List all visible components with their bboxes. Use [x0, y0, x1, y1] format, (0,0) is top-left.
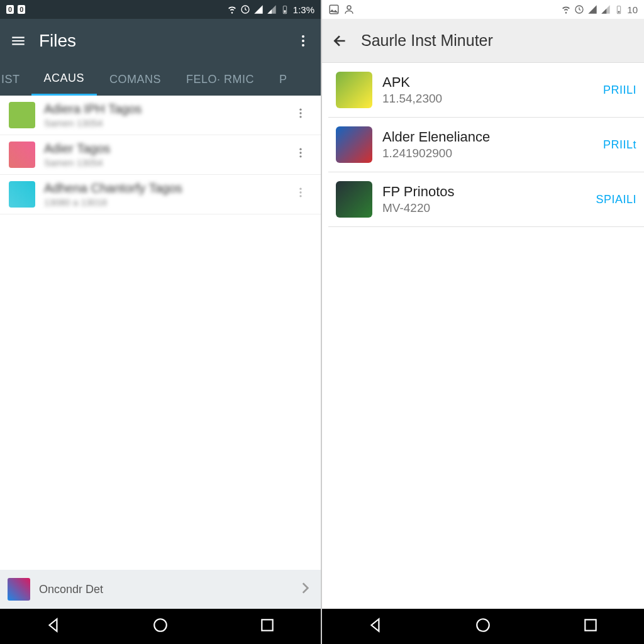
battery-text: 10 — [627, 4, 638, 15]
svg-point-22 — [477, 619, 489, 631]
app-title: Saurle Inst Minuter — [361, 31, 493, 50]
svg-point-5 — [302, 44, 304, 47]
battery-text: 1:3% — [293, 4, 314, 15]
status-badge: 0 — [6, 5, 14, 14]
row-overflow-icon[interactable] — [289, 147, 312, 163]
install-row[interactable]: FP Prinotos MV-4220 SPIAILI — [328, 172, 644, 227]
app-icon — [336, 181, 372, 218]
clock-icon — [574, 4, 584, 14]
left-phone: 0 0 1:3% Files IST ACAUS COMANS FELO· RM… — [0, 0, 322, 644]
install-action-button[interactable]: SPIAILI — [596, 193, 636, 206]
nav-recent-icon[interactable] — [582, 617, 599, 636]
svg-point-15 — [154, 619, 167, 631]
svg-point-13 — [299, 191, 301, 193]
signal-icon — [587, 4, 597, 14]
svg-point-8 — [299, 116, 301, 118]
file-title: Adhena Chantorfy Tagos — [44, 181, 289, 196]
svg-point-6 — [299, 109, 301, 111]
install-title: Alder Eleneliance — [382, 129, 603, 145]
file-thumb-icon — [9, 181, 35, 208]
wifi-icon — [561, 4, 571, 14]
right-phone: 10 Saurle Inst Minuter APK 11.54,2300 PR… — [322, 0, 644, 644]
nav-back-icon[interactable] — [45, 617, 62, 636]
install-row[interactable]: Alder Eleneliance 1.241902900 PRIILt — [328, 118, 644, 172]
files-list: Adiera IPH Tagos Samen 13054 Adier Tagos… — [0, 96, 321, 570]
nav-home-icon[interactable] — [475, 617, 491, 636]
cell-icon — [267, 4, 277, 14]
tab-p[interactable]: P — [267, 63, 300, 96]
svg-point-9 — [299, 148, 301, 150]
svg-point-10 — [299, 152, 301, 153]
tab-felo[interactable]: FELO· RMIC — [174, 63, 267, 96]
app-icon — [336, 72, 372, 108]
svg-rect-2 — [284, 10, 286, 13]
install-title: APK — [382, 74, 603, 91]
file-row[interactable]: Adier Tagos Samen 13054 — [0, 135, 321, 175]
file-row[interactable]: Adiera IPH Tagos Samen 13054 — [0, 96, 321, 135]
install-subtitle: MV-4220 — [382, 201, 596, 215]
install-list: APK 11.54,2300 PRIILI Alder Eleneliance … — [322, 63, 644, 609]
file-title: Adiera IPH Tagos — [44, 102, 289, 116]
install-row[interactable]: APK 11.54,2300 PRIILI — [328, 63, 644, 118]
install-action-button[interactable]: PRIILI — [603, 84, 636, 97]
signal-icon — [253, 4, 264, 14]
nav-back-icon[interactable] — [367, 617, 384, 636]
status-bar: 10 — [322, 0, 644, 19]
overflow-icon[interactable] — [296, 33, 311, 48]
install-action-button[interactable]: PRIILt — [603, 138, 636, 152]
clock-icon — [240, 4, 250, 14]
row-overflow-icon[interactable] — [289, 107, 312, 123]
tab-comans[interactable]: COMANS — [97, 63, 174, 96]
svg-point-7 — [299, 112, 301, 114]
cell-icon — [601, 4, 611, 14]
row-overflow-icon[interactable] — [289, 186, 312, 203]
nav-home-icon[interactable] — [152, 617, 169, 636]
nav-bar — [0, 609, 321, 644]
app-title: Files — [39, 31, 296, 51]
svg-point-14 — [299, 195, 301, 197]
nav-bar — [322, 609, 644, 644]
person-icon — [343, 4, 355, 15]
svg-point-11 — [299, 155, 301, 157]
file-subtitle: Samen 13054 — [44, 157, 289, 168]
bottom-thumb-icon — [8, 578, 30, 601]
image-icon — [328, 4, 340, 15]
file-title: Adier Tagos — [44, 142, 289, 156]
tab-acaus[interactable]: ACAUS — [31, 63, 97, 96]
install-subtitle: 11.54,2300 — [382, 92, 603, 106]
battery-icon — [614, 4, 624, 14]
install-title: FP Prinotos — [382, 184, 596, 200]
tabs: IST ACAUS COMANS FELO· RMIC P — [0, 63, 321, 96]
status-bar: 0 0 1:3% — [0, 0, 321, 19]
svg-point-4 — [302, 40, 304, 42]
battery-icon — [280, 4, 290, 14]
menu-icon[interactable] — [10, 33, 26, 49]
file-subtitle: 13080 a 13018 — [44, 197, 289, 208]
svg-rect-21 — [618, 11, 620, 13]
back-icon[interactable] — [332, 33, 348, 49]
status-badge: 0 — [18, 5, 25, 14]
bottom-label: Oncondr Det — [39, 583, 297, 596]
wifi-icon — [227, 4, 237, 14]
svg-point-12 — [299, 188, 301, 190]
file-thumb-icon — [9, 102, 35, 128]
app-icon — [336, 126, 372, 163]
svg-point-3 — [302, 35, 304, 38]
install-subtitle: 1.241902900 — [382, 147, 603, 160]
file-row[interactable]: Adhena Chantorfy Tagos 13080 a 13018 — [0, 175, 321, 214]
appbar: Files — [0, 19, 321, 63]
appbar: Saurle Inst Minuter — [322, 19, 644, 63]
file-subtitle: Samen 13054 — [44, 118, 289, 128]
bottom-item[interactable]: Oncondr Det — [0, 570, 321, 609]
svg-point-18 — [347, 6, 351, 9]
svg-rect-23 — [585, 619, 596, 630]
file-thumb-icon — [9, 142, 35, 168]
nav-recent-icon[interactable] — [259, 617, 275, 636]
svg-rect-16 — [262, 619, 272, 630]
tab-ist[interactable]: IST — [0, 63, 31, 96]
chevron-right-icon — [297, 580, 313, 599]
